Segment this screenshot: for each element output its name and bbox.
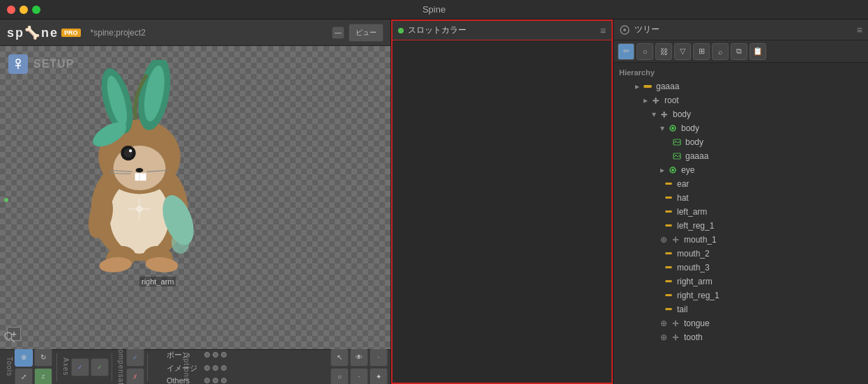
cross-tool-btn[interactable]: · — [350, 368, 368, 385]
bone-dot-1[interactable] — [204, 352, 210, 358]
eye-tool-btn[interactable]: 👁 — [350, 348, 368, 367]
tree-brush-btn[interactable]: ✏ — [618, 43, 634, 60]
tree-filter-btn[interactable]: ▽ — [674, 43, 691, 60]
tree-item-label: left_reg_1 — [677, 221, 714, 231]
tree-item[interactable]: mouth_2 — [614, 247, 868, 261]
tree-node-dot — [619, 112, 625, 117]
tree-item[interactable]: hat — [614, 191, 868, 205]
svg-point-44 — [671, 127, 674, 130]
project-name: *spine;project2 — [91, 28, 146, 38]
x-axis-btn[interactable]: ✓ — [71, 358, 89, 376]
tree-search-btn[interactable]: ⌕ — [712, 43, 729, 60]
tree-item[interactable]: ⊕ mouth_1 — [614, 233, 868, 247]
minimize-button[interactable] — [20, 6, 28, 14]
bone-dot-3[interactable] — [221, 352, 227, 358]
expand-icon: ⊕ — [660, 318, 667, 328]
maximize-button[interactable] — [32, 6, 40, 14]
expand-icon: ▸ — [635, 82, 639, 91]
image-dot-3[interactable] — [221, 365, 227, 371]
close-button[interactable] — [7, 6, 15, 14]
tree-item[interactable]: ⊕ tooth — [614, 330, 868, 344]
image-dot-2[interactable] — [213, 365, 218, 371]
svg-rect-23 — [135, 173, 142, 181]
right-panel: ツリー ≡ ✏ ○ ⛓ ▽ ⊞ ⌕ ⧉ 📋 Hierarchy ▸ gaaaa — [614, 20, 868, 384]
svg-point-74 — [669, 294, 672, 297]
shear-tool-btn[interactable]: Z — [34, 368, 52, 385]
svg-point-32 — [172, 231, 190, 254]
star-tool-btn[interactable]: ✦ — [370, 368, 388, 385]
bone-icon — [664, 305, 673, 314]
dot-tool-btn[interactable]: · — [370, 348, 388, 367]
slot-color-menu-btn[interactable]: ≡ — [600, 25, 606, 36]
move-icon — [652, 96, 660, 105]
tree-link-btn[interactable]: ⛓ — [655, 43, 672, 60]
tree-item-label: mouth_3 — [677, 263, 710, 272]
svg-point-76 — [665, 308, 668, 311]
tree-item[interactable]: ▸ root — [614, 93, 868, 107]
slot-color-content — [391, 40, 613, 384]
tree-menu-btn[interactable]: ≡ — [857, 24, 862, 36]
zoom-control[interactable] — [3, 331, 16, 346]
svg-point-59 — [669, 210, 672, 213]
view-button[interactable]: ビュー — [349, 24, 383, 42]
tree-item[interactable]: ▾ body — [614, 107, 868, 121]
tree-node-dot — [619, 335, 625, 340]
slot-color-title: スロットカラー — [408, 24, 596, 36]
tree-item[interactable]: body — [614, 135, 868, 149]
others-dot-2[interactable] — [213, 378, 218, 383]
others-dot-3[interactable] — [221, 378, 227, 383]
tree-node-dot — [619, 237, 625, 243]
expand-icon: ⊕ — [660, 235, 667, 245]
move-icon — [671, 319, 680, 328]
tree-grid-btn[interactable]: ⊞ — [693, 43, 710, 60]
rabbit-character — [63, 60, 216, 276]
left-topbar: sp🦴ne PRO *spine;project2 — ビュー — [0, 20, 390, 46]
tree-item-label: gaaaa — [656, 82, 679, 91]
image-dot-1[interactable] — [204, 365, 210, 371]
tree-item[interactable]: ▾ body — [614, 121, 868, 135]
tree-item[interactable]: left_arm — [614, 205, 868, 219]
move-tool-btn[interactable]: ⊕ — [15, 348, 33, 367]
svg-point-68 — [669, 266, 672, 269]
tree-item[interactable]: ear — [614, 177, 868, 191]
cursor-tool-btn[interactable]: ↖ — [330, 348, 349, 367]
tree-item-label: body — [685, 137, 703, 147]
scale-tool-btn[interactable]: ⤢ — [15, 368, 33, 385]
y-axis-btn[interactable]: ✓ — [91, 358, 109, 376]
minimize-view-btn[interactable]: — — [332, 26, 344, 39]
tree-paste-btn[interactable]: 📋 — [749, 43, 766, 60]
tree-item[interactable]: tail — [614, 302, 868, 316]
tree-item-label: left_arm — [677, 207, 707, 217]
options-label: Options — [183, 353, 190, 381]
circle-icon — [669, 166, 677, 174]
bone-icon — [664, 249, 673, 258]
tree-circle-btn[interactable]: ○ — [637, 43, 653, 60]
tree-node-dot — [619, 293, 625, 298]
tree-node-dot — [619, 251, 625, 256]
svg-point-62 — [669, 224, 672, 227]
tree-item[interactable]: right_reg_1 — [614, 289, 868, 302]
compensate-btn-1[interactable]: ✓ — [126, 348, 144, 367]
tree-copy-btn[interactable]: ⧉ — [731, 43, 747, 60]
rotate-tool-btn[interactable]: ↻ — [34, 348, 52, 367]
traffic-lights — [7, 6, 40, 14]
tree-item[interactable]: right_arm — [614, 275, 868, 289]
compensate-btns: ✓ ✗ — [126, 348, 144, 385]
tree-item-label: mouth_2 — [677, 249, 710, 259]
tree-item[interactable]: left_reg_1 — [614, 219, 868, 233]
tree-item[interactable]: ▸ gaaaa — [614, 79, 868, 93]
bone-dot-2[interactable] — [213, 352, 218, 358]
tree-item-label: mouth_1 — [684, 235, 717, 245]
axes-label: Axes — [62, 358, 70, 376]
tree-item[interactable]: gaaaa — [614, 149, 868, 163]
others-dot-1[interactable] — [204, 378, 210, 383]
compensate-btn-2[interactable]: ✗ — [126, 368, 144, 385]
expand-icon: ⊕ — [660, 332, 667, 342]
tree-item[interactable]: ▸ eye — [614, 163, 868, 177]
compensate-section: Compensate ✓ ✗ — [114, 353, 148, 381]
bone-icon — [664, 222, 673, 230]
tree-item[interactable]: mouth_3 — [614, 261, 868, 275]
circle-tool-btn[interactable]: ○ — [330, 368, 349, 385]
tree-item[interactable]: ⊕ tongue — [614, 316, 868, 330]
spine-logo: sp🦴ne PRO — [7, 25, 81, 40]
